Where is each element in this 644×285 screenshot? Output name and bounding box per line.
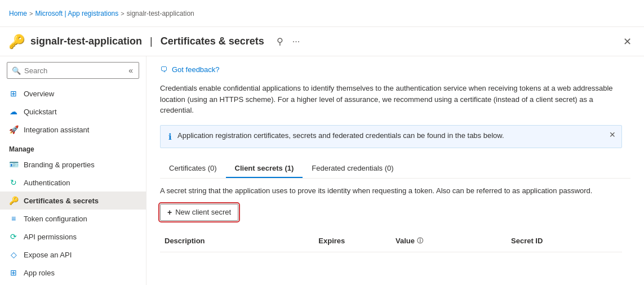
close-icon: ✕ (623, 36, 632, 47)
sidebar-item-quickstart[interactable]: ☁ Quickstart (0, 103, 146, 121)
info-banner-text: Application registration certificates, s… (177, 131, 614, 140)
new-client-secret-button[interactable]: + New client secret (160, 204, 238, 221)
tab-certificates[interactable]: Certificates (0) (160, 159, 226, 178)
title-bar: 🔑 signalr-test-application | Certificate… (0, 27, 644, 56)
sidebar-item-certificates[interactable]: 🔑 Certificates & secrets (0, 192, 146, 210)
page-title: Certificates & secrets (161, 35, 264, 47)
secret-description: A secret string that the application use… (160, 186, 622, 195)
sidebar-item-expose-api[interactable]: ◇ Expose an API (0, 246, 146, 264)
tab-client-secrets[interactable]: Client secrets (1) (226, 159, 303, 178)
th-expires: Expires (314, 234, 391, 247)
value-info-icon[interactable]: ⓘ (417, 237, 423, 245)
sidebar-nav: ⊞ Overview ☁ Quickstart 🚀 Integration as… (0, 84, 146, 285)
sidebar-item-overview[interactable]: ⊞ Overview (0, 84, 146, 103)
title-separator: | (150, 35, 153, 47)
sidebar-search-area: 🔍 « (0, 56, 146, 84)
title-actions: ⚲ ··· (274, 35, 302, 48)
collapse-button[interactable]: « (127, 65, 134, 76)
sidebar-label-app-roles: App roles (24, 269, 55, 277)
key-nav-icon: 🔑 (9, 196, 18, 205)
tab-federated-credentials[interactable]: Federated credentials (0) (303, 159, 402, 178)
ellipsis-icon: ··· (292, 37, 300, 46)
sidebar-label-quickstart: Quickstart (24, 108, 57, 116)
sidebar-item-api-permissions[interactable]: ⟳ API permissions (0, 228, 146, 246)
th-description: Description (160, 234, 314, 247)
feedback-icon: 🗨 (160, 65, 167, 74)
plus-icon: + (167, 208, 172, 217)
sidebar-item-integration[interactable]: 🚀 Integration assistant (0, 121, 146, 139)
app-name: signalr-test-application (30, 35, 142, 47)
sidebar-label-expose-api: Expose an API (24, 251, 72, 259)
tabs-container: Certificates (0) Client secrets (1) Fede… (160, 159, 630, 179)
th-value: Value ⓘ (391, 234, 507, 247)
search-box: 🔍 « (7, 62, 139, 79)
close-button[interactable]: ✕ (620, 34, 635, 49)
table-header: Description Expires Value ⓘ Secret ID (160, 230, 622, 252)
bars-icon: ≡ (9, 214, 18, 223)
permissions-icon: ⟳ (9, 232, 18, 241)
sidebar-label-overview: Overview (24, 90, 54, 98)
th-secret-id: Secret ID (507, 234, 622, 247)
key-icon: 🔑 (9, 34, 25, 50)
sidebar-label-branding: Branding & properties (24, 161, 95, 169)
cloud-icon: ☁ (9, 107, 18, 116)
sidebar-item-authentication[interactable]: ↻ Authentication (0, 173, 146, 192)
sidebar-label-authentication: Authentication (24, 179, 70, 187)
pin-button[interactable]: ⚲ (274, 35, 286, 48)
rocket-icon: 🚀 (9, 125, 18, 134)
info-icon: ℹ (168, 132, 172, 142)
info-banner-close-button[interactable]: ✕ (609, 130, 616, 139)
sidebar-label-integration: Integration assistant (24, 126, 89, 134)
breadcrumb-sep-2: > (121, 10, 124, 17)
main-content: 🗨 Got feedback? Credentials enable confi… (146, 56, 644, 285)
diamond-icon: ◇ (9, 250, 18, 259)
new-secret-label: New client secret (175, 208, 231, 216)
sidebar-item-token-config[interactable]: ≡ Token configuration (0, 210, 146, 228)
sidebar-item-owners[interactable]: 👤 Owners (0, 282, 146, 285)
grid-icon: ⊞ (9, 89, 18, 98)
breadcrumb-current: signalr-test-application (127, 10, 194, 17)
manage-section-label: Manage (0, 139, 146, 155)
grid2-icon: ⊞ (9, 268, 18, 277)
sidebar-label-token-config: Token configuration (24, 215, 87, 223)
card-icon: 🪪 (9, 160, 18, 169)
sidebar-item-branding[interactable]: 🪪 Branding & properties (0, 155, 146, 173)
breadcrumb-sep-1: > (29, 10, 33, 17)
pin-icon: ⚲ (277, 37, 283, 46)
breadcrumb-app-registrations[interactable]: Microsoft | App registrations (35, 10, 118, 17)
sidebar-label-certificates: Certificates & secrets (24, 197, 99, 205)
search-icon: 🔍 (12, 66, 21, 75)
description-text: Credentials enable confidential applicat… (160, 83, 622, 116)
sidebar: 🔍 « ⊞ Overview ☁ Quickstart 🚀 Integratio… (0, 56, 146, 285)
sidebar-label-api-permissions: API permissions (24, 233, 77, 241)
breadcrumb-home[interactable]: Home (9, 10, 27, 17)
breadcrumb: Home > Microsoft | App registrations > s… (9, 10, 194, 17)
refresh-icon: ↻ (9, 178, 18, 187)
feedback-bar: 🗨 Got feedback? (160, 65, 630, 74)
more-button[interactable]: ··· (290, 35, 302, 48)
sidebar-item-app-roles[interactable]: ⊞ App roles (0, 264, 146, 282)
feedback-text[interactable]: Got feedback? (172, 65, 220, 74)
search-input[interactable] (24, 66, 124, 75)
info-banner: ℹ Application registration certificates,… (160, 125, 622, 148)
